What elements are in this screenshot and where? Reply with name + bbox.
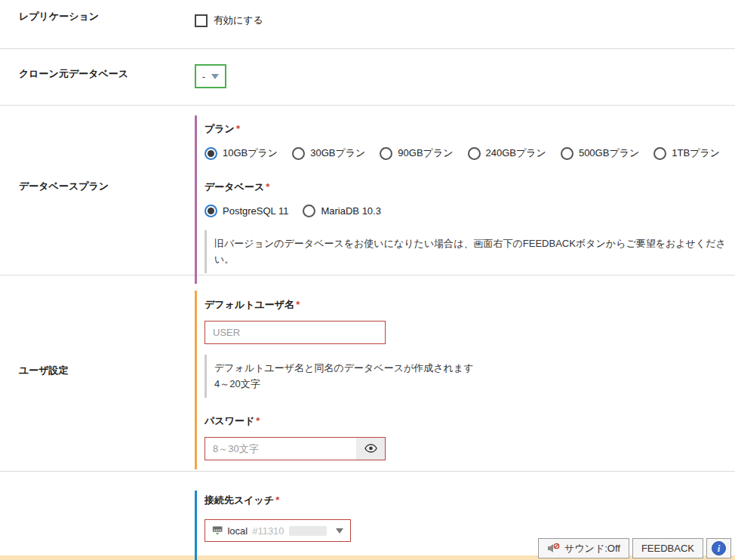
radio-icon <box>468 147 481 160</box>
radio-icon <box>205 205 217 217</box>
required-asterisk: * <box>275 494 279 506</box>
database-radio-postgresql[interactable]: PostgreSQL 11 <box>205 205 288 217</box>
plan-radio-90gb[interactable]: 90GBプラン <box>380 146 453 160</box>
password-input[interactable] <box>205 438 356 460</box>
switch-field-label: 接続先スイッチ* <box>205 494 735 507</box>
required-asterisk: * <box>236 123 240 134</box>
sound-toggle-label: サウンド:Off <box>564 542 620 555</box>
username-note-line2: 4～20文字 <box>214 376 727 392</box>
plan-radio-1tb[interactable]: 1TBプラン <box>654 146 720 160</box>
section-label-replication: レプリケーション <box>0 0 195 48</box>
feedback-label: FEEDBACK <box>641 543 694 554</box>
chevron-down-icon <box>336 528 343 534</box>
feedback-button[interactable]: FEEDBACK <box>632 538 703 558</box>
footer-buttons: サウンド:Off FEEDBACK i <box>538 538 731 558</box>
radio-icon <box>561 147 574 160</box>
plan-radio-10gb[interactable]: 10GBプラン <box>205 146 278 160</box>
database-version-note: 旧バージョンのデータベースをお使いになりたい場合は、画面右下のFEEDBACKボ… <box>205 230 735 273</box>
section-user-settings: ユーザ設定 デフォルトユーザ名* デフォルトユーザ名と同名のデータベースが作成さ… <box>0 275 735 472</box>
replication-enable-checkbox[interactable] <box>195 14 208 27</box>
section-label-clone-source: クローン元データベース <box>0 49 195 105</box>
clone-source-select[interactable]: - <box>195 64 226 88</box>
section-clone-source: クローン元データベース - <box>0 49 735 106</box>
radio-icon <box>303 205 315 217</box>
connection-switch-select[interactable]: local #11310 <box>205 519 351 542</box>
info-button[interactable]: i <box>706 538 731 558</box>
database-field-label: データベース* <box>205 180 735 194</box>
database-create-form: レプリケーション 有効にする クローン元データベース - データベースプラン プ… <box>0 0 735 560</box>
password-input-box <box>205 437 386 460</box>
plan-field-label: プラン* <box>205 122 735 136</box>
section-label-database-plan: データベースプラン <box>0 106 195 275</box>
info-icon: i <box>712 541 726 555</box>
clone-source-selected-value: - <box>202 71 205 82</box>
sound-toggle-button[interactable]: サウンド:Off <box>538 538 629 558</box>
plan-radio-group: 10GBプラン 30GBプラン 90GBプラン 240GBプラン 500GBプラ… <box>205 146 735 160</box>
switch-selected-name: local <box>227 525 248 537</box>
chevron-down-icon <box>211 74 219 79</box>
required-asterisk: * <box>266 181 269 192</box>
replication-enable-row[interactable]: 有効にする <box>195 14 735 27</box>
database-radio-group: PostgreSQL 11 MariaDB 10.3 <box>205 205 735 217</box>
password-visibility-button[interactable] <box>356 438 385 460</box>
radio-icon <box>654 147 666 160</box>
username-field-label: デフォルトユーザ名* <box>205 298 735 312</box>
plan-radio-500gb[interactable]: 500GBプラン <box>561 146 639 160</box>
username-input[interactable] <box>205 321 386 344</box>
switch-icon <box>212 525 223 536</box>
radio-icon <box>380 147 392 160</box>
section-database-plan: データベースプラン プラン* 10GBプラン 30GBプラン 90GBプラン 2… <box>0 106 735 275</box>
radio-icon <box>205 147 217 160</box>
plan-radio-30gb[interactable]: 30GBプラン <box>292 146 365 160</box>
required-asterisk: * <box>296 299 300 310</box>
sound-muted-icon <box>547 543 560 554</box>
replication-enable-label: 有効にする <box>214 14 263 27</box>
username-note: デフォルトユーザ名と同名のデータベースが作成されます 4～20文字 <box>205 355 735 398</box>
section-label-user-settings: ユーザ設定 <box>0 275 195 471</box>
section-replication: レプリケーション 有効にする <box>0 0 735 49</box>
plan-radio-240gb[interactable]: 240GBプラン <box>468 146 546 160</box>
username-note-line1: デフォルトユーザ名と同名のデータベースが作成されます <box>214 360 727 376</box>
radio-icon <box>292 147 305 160</box>
eye-icon <box>364 444 377 453</box>
database-radio-mariadb[interactable]: MariaDB 10.3 <box>303 205 380 217</box>
password-field-label: パスワード* <box>205 414 735 428</box>
switch-selected-id: #11310 <box>252 525 284 537</box>
section-label-connection-switch <box>0 472 195 560</box>
required-asterisk: * <box>256 415 260 426</box>
redacted-switch-id <box>289 526 327 536</box>
